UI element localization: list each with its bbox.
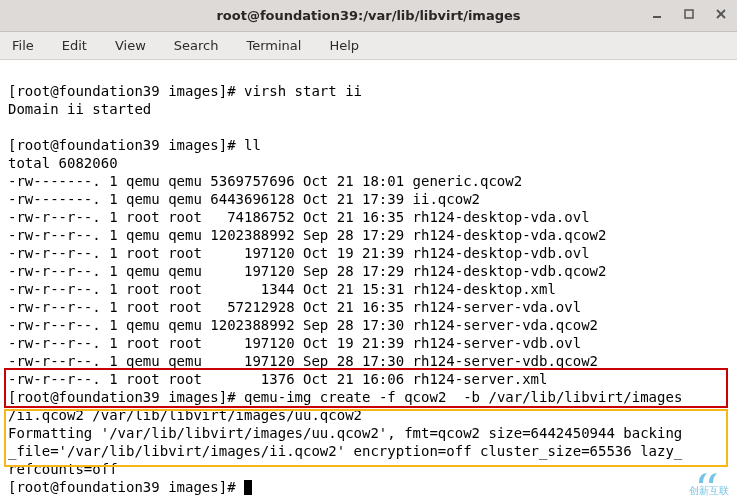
minimize-icon	[652, 9, 662, 19]
titlebar: root@foundation39:/var/lib/libvirt/image…	[0, 0, 737, 32]
prompt: [root@foundation39 images]#	[8, 389, 244, 405]
output-line: Domain ii started	[8, 101, 151, 117]
command-continued: /ii.qcow2 /var/lib/libvirt/images/uu.qco…	[8, 407, 362, 423]
ls-line: -rw-r--r--. 1 root root 197120 Oct 19 21…	[8, 335, 581, 351]
ls-line: -rw-r--r--. 1 qemu qemu 197120 Sep 28 17…	[8, 263, 606, 279]
menu-view[interactable]: View	[111, 36, 150, 55]
ls-line: -rw-r--r--. 1 root root 197120 Oct 19 21…	[8, 245, 590, 261]
close-icon	[716, 9, 726, 19]
menu-edit[interactable]: Edit	[58, 36, 91, 55]
output-line: total 6082060	[8, 155, 118, 171]
ls-line: -rw-r--r--. 1 qemu qemu 197120 Sep 28 17…	[8, 353, 598, 369]
prompt: [root@foundation39 images]#	[8, 83, 244, 99]
ls-line: -rw-r--r--. 1 qemu qemu 1202388992 Sep 2…	[8, 317, 598, 333]
output-line: Formatting '/var/lib/libvirt/images/uu.q…	[8, 425, 682, 441]
menubar: File Edit View Search Terminal Help	[0, 32, 737, 60]
maximize-button[interactable]	[679, 4, 699, 24]
menu-terminal[interactable]: Terminal	[242, 36, 305, 55]
ls-line: -rw-------. 1 qemu qemu 6443696128 Oct 2…	[8, 191, 480, 207]
command: qemu-img create -f qcow2 -b /var/lib/lib…	[244, 389, 682, 405]
terminal-area[interactable]: [root@foundation39 images]# virsh start …	[0, 60, 737, 503]
window-title: root@foundation39:/var/lib/libvirt/image…	[0, 8, 737, 23]
maximize-icon	[684, 9, 694, 19]
svg-rect-1	[685, 10, 693, 18]
menu-search[interactable]: Search	[170, 36, 223, 55]
output-line: _file='/var/lib/libvirt/images/ii.qcow2'…	[8, 443, 682, 459]
ls-line: -rw-r--r--. 1 root root 1376 Oct 21 16:0…	[8, 371, 547, 387]
ls-line: -rw-r--r--. 1 qemu qemu 1202388992 Sep 2…	[8, 227, 606, 243]
svg-rect-0	[653, 16, 661, 18]
ls-line: -rw-------. 1 qemu qemu 5369757696 Oct 2…	[8, 173, 522, 189]
command: ll	[244, 137, 261, 153]
ls-line: -rw-r--r--. 1 root root 57212928 Oct 21 …	[8, 299, 581, 315]
cursor-icon	[244, 480, 252, 495]
prompt: [root@foundation39 images]#	[8, 137, 244, 153]
menu-file[interactable]: File	[8, 36, 38, 55]
close-button[interactable]	[711, 4, 731, 24]
window-controls	[647, 4, 731, 24]
menu-help[interactable]: Help	[325, 36, 363, 55]
prompt: [root@foundation39 images]#	[8, 479, 244, 495]
command: virsh start ii	[244, 83, 362, 99]
ls-line: -rw-r--r--. 1 root root 74186752 Oct 21 …	[8, 209, 590, 225]
minimize-button[interactable]	[647, 4, 667, 24]
output-line: refcounts=off	[8, 461, 118, 477]
ls-line: -rw-r--r--. 1 root root 1344 Oct 21 15:3…	[8, 281, 556, 297]
